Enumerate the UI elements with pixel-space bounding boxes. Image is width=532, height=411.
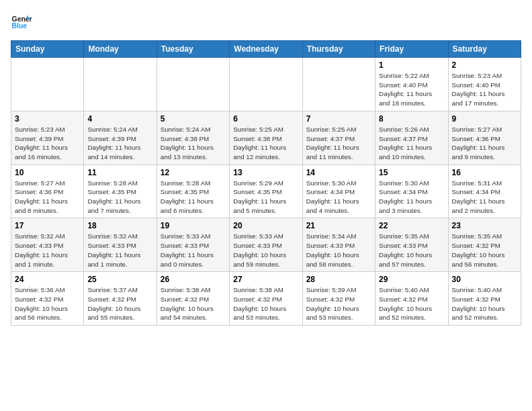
day-info: Sunrise: 5:40 AMSunset: 4:32 PMDaylight:… [379, 285, 444, 322]
day-info: Sunrise: 5:28 AMSunset: 4:35 PMDaylight:… [87, 179, 152, 216]
day-info: Sunrise: 5:27 AMSunset: 4:36 PMDaylight:… [15, 179, 80, 216]
calendar-cell: 14Sunrise: 5:30 AMSunset: 4:34 PMDayligh… [302, 165, 375, 218]
day-number: 23 [452, 221, 517, 230]
calendar-cell: 19Sunrise: 5:33 AMSunset: 4:33 PMDayligh… [157, 218, 229, 272]
day-info: Sunrise: 5:23 AMSunset: 4:40 PMDaylight:… [452, 71, 517, 108]
calendar-cell: 22Sunrise: 5:35 AMSunset: 4:33 PMDayligh… [375, 218, 448, 272]
calendar-cell [157, 58, 229, 111]
day-info: Sunrise: 5:25 AMSunset: 4:37 PMDaylight:… [306, 125, 371, 162]
day-number: 8 [379, 114, 444, 124]
day-info: Sunrise: 5:31 AMSunset: 4:34 PMDaylight:… [452, 179, 517, 216]
day-info: Sunrise: 5:26 AMSunset: 4:37 PMDaylight:… [379, 125, 444, 162]
calendar-cell: 21Sunrise: 5:34 AMSunset: 4:33 PMDayligh… [302, 218, 375, 272]
day-info: Sunrise: 5:24 AMSunset: 4:38 PMDaylight:… [161, 125, 226, 162]
week-row-1: 3Sunrise: 5:23 AMSunset: 4:39 PMDaylight… [11, 111, 521, 165]
day-number: 25 [87, 275, 152, 284]
day-number: 13 [233, 168, 298, 177]
day-number: 4 [87, 114, 152, 124]
day-number: 29 [379, 275, 444, 284]
week-row-3: 17Sunrise: 5:32 AMSunset: 4:33 PMDayligh… [11, 218, 521, 272]
week-row-4: 24Sunrise: 5:36 AMSunset: 4:32 PMDayligh… [11, 272, 521, 326]
day-info: Sunrise: 5:38 AMSunset: 4:32 PMDaylight:… [161, 285, 226, 322]
day-info: Sunrise: 5:33 AMSunset: 4:33 PMDaylight:… [161, 232, 226, 269]
weekday-header-thursday: Thursday [302, 41, 375, 58]
day-info: Sunrise: 5:36 AMSunset: 4:32 PMDaylight:… [15, 285, 80, 322]
day-info: Sunrise: 5:25 AMSunset: 4:38 PMDaylight:… [233, 125, 298, 162]
calendar-cell: 12Sunrise: 5:28 AMSunset: 4:35 PMDayligh… [157, 165, 229, 218]
day-info: Sunrise: 5:34 AMSunset: 4:33 PMDaylight:… [306, 232, 371, 269]
day-number: 18 [87, 221, 152, 230]
calendar-cell: 27Sunrise: 5:38 AMSunset: 4:32 PMDayligh… [230, 272, 302, 326]
day-number: 2 [452, 60, 517, 70]
calendar-cell: 7Sunrise: 5:25 AMSunset: 4:37 PMDaylight… [302, 111, 375, 165]
logo: General Blue [11, 11, 35, 32]
day-info: Sunrise: 5:39 AMSunset: 4:32 PMDaylight:… [306, 285, 371, 322]
day-number: 30 [452, 275, 517, 284]
weekday-header-friday: Friday [375, 41, 448, 58]
day-info: Sunrise: 5:23 AMSunset: 4:39 PMDaylight:… [15, 125, 80, 162]
calendar-cell: 24Sunrise: 5:36 AMSunset: 4:32 PMDayligh… [11, 272, 84, 326]
day-number: 11 [87, 168, 152, 177]
day-number: 14 [306, 168, 371, 177]
calendar-cell: 6Sunrise: 5:25 AMSunset: 4:38 PMDaylight… [230, 111, 302, 165]
day-info: Sunrise: 5:29 AMSunset: 4:35 PMDaylight:… [233, 179, 298, 216]
day-info: Sunrise: 5:28 AMSunset: 4:35 PMDaylight:… [161, 179, 226, 216]
day-number: 9 [452, 114, 517, 124]
day-number: 26 [161, 275, 226, 284]
calendar-table: SundayMondayTuesdayWednesdayThursdayFrid… [11, 40, 521, 326]
logo-icon: General Blue [11, 11, 32, 32]
day-number: 16 [452, 168, 517, 177]
weekday-header-sunday: Sunday [11, 41, 84, 58]
day-number: 22 [379, 221, 444, 230]
day-info: Sunrise: 5:35 AMSunset: 4:33 PMDaylight:… [379, 232, 444, 269]
weekday-header-tuesday: Tuesday [157, 41, 229, 58]
calendar-cell: 25Sunrise: 5:37 AMSunset: 4:32 PMDayligh… [84, 272, 157, 326]
calendar-cell: 1Sunrise: 5:22 AMSunset: 4:40 PMDaylight… [375, 58, 448, 111]
calendar-cell: 4Sunrise: 5:24 AMSunset: 4:39 PMDaylight… [84, 111, 157, 165]
day-number: 27 [233, 275, 298, 284]
day-number: 7 [306, 114, 371, 124]
day-info: Sunrise: 5:35 AMSunset: 4:32 PMDaylight:… [452, 232, 517, 269]
week-row-0: 1Sunrise: 5:22 AMSunset: 4:40 PMDaylight… [11, 58, 521, 111]
calendar-cell: 26Sunrise: 5:38 AMSunset: 4:32 PMDayligh… [157, 272, 229, 326]
calendar-cell: 9Sunrise: 5:27 AMSunset: 4:36 PMDaylight… [448, 111, 521, 165]
day-number: 17 [15, 221, 80, 230]
weekday-header-saturday: Saturday [448, 41, 521, 58]
day-info: Sunrise: 5:22 AMSunset: 4:40 PMDaylight:… [379, 71, 444, 108]
calendar-cell: 29Sunrise: 5:40 AMSunset: 4:32 PMDayligh… [375, 272, 448, 326]
day-number: 20 [233, 221, 298, 230]
day-info: Sunrise: 5:33 AMSunset: 4:33 PMDaylight:… [233, 232, 298, 269]
calendar-cell: 20Sunrise: 5:33 AMSunset: 4:33 PMDayligh… [230, 218, 302, 272]
calendar-cell: 11Sunrise: 5:28 AMSunset: 4:35 PMDayligh… [84, 165, 157, 218]
day-info: Sunrise: 5:38 AMSunset: 4:32 PMDaylight:… [233, 285, 298, 322]
day-info: Sunrise: 5:37 AMSunset: 4:32 PMDaylight:… [87, 285, 152, 322]
svg-text:Blue: Blue [12, 22, 28, 30]
day-number: 21 [306, 221, 371, 230]
weekday-header-row: SundayMondayTuesdayWednesdayThursdayFrid… [11, 41, 521, 58]
day-number: 28 [306, 275, 371, 284]
calendar-cell: 16Sunrise: 5:31 AMSunset: 4:34 PMDayligh… [448, 165, 521, 218]
calendar-cell [230, 58, 302, 111]
day-number: 24 [15, 275, 80, 284]
page-header: General Blue [11, 11, 521, 32]
calendar-cell: 23Sunrise: 5:35 AMSunset: 4:32 PMDayligh… [448, 218, 521, 272]
day-number: 10 [15, 168, 80, 177]
day-number: 19 [161, 221, 226, 230]
calendar-cell [84, 58, 157, 111]
calendar-cell: 8Sunrise: 5:26 AMSunset: 4:37 PMDaylight… [375, 111, 448, 165]
calendar-cell: 15Sunrise: 5:30 AMSunset: 4:34 PMDayligh… [375, 165, 448, 218]
calendar-cell: 17Sunrise: 5:32 AMSunset: 4:33 PMDayligh… [11, 218, 84, 272]
day-number: 15 [379, 168, 444, 177]
day-info: Sunrise: 5:30 AMSunset: 4:34 PMDaylight:… [306, 179, 371, 216]
day-info: Sunrise: 5:32 AMSunset: 4:33 PMDaylight:… [15, 232, 80, 269]
weekday-header-monday: Monday [84, 41, 157, 58]
week-row-2: 10Sunrise: 5:27 AMSunset: 4:36 PMDayligh… [11, 165, 521, 218]
day-info: Sunrise: 5:24 AMSunset: 4:39 PMDaylight:… [87, 125, 152, 162]
day-number: 6 [233, 114, 298, 124]
calendar-cell: 2Sunrise: 5:23 AMSunset: 4:40 PMDaylight… [448, 58, 521, 111]
calendar-cell: 18Sunrise: 5:32 AMSunset: 4:33 PMDayligh… [84, 218, 157, 272]
calendar-cell: 5Sunrise: 5:24 AMSunset: 4:38 PMDaylight… [157, 111, 229, 165]
calendar-cell [11, 58, 84, 111]
day-info: Sunrise: 5:27 AMSunset: 4:36 PMDaylight:… [452, 125, 517, 162]
calendar-cell: 30Sunrise: 5:40 AMSunset: 4:32 PMDayligh… [448, 272, 521, 326]
